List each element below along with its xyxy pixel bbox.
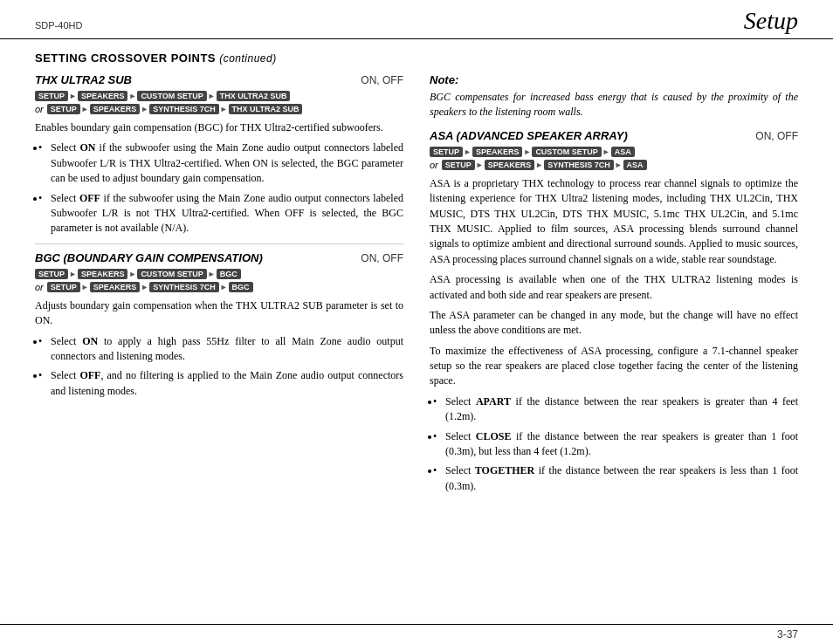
two-column-layout: THX ULTRA2 SUB ON, OFF SETUP ► SPEAKERS … (35, 73, 798, 615)
nav-btn-custom-setup3: CUSTOM SETUP (532, 147, 601, 157)
nav-btn-speakers3: SPEAKERS (78, 269, 128, 279)
nav-btn-speakers5: SPEAKERS (472, 147, 523, 157)
thx-ultra2-sub-title: THX ULTRA2 SUB (35, 73, 132, 86)
nav-btn-speakers2: SPEAKERS (90, 104, 141, 114)
right-column: Note: BGC compensates for increased bass… (430, 73, 798, 615)
bgc-intro: Adjusts boundary gain compensation when … (35, 298, 403, 329)
nav-btn-setup6: SETUP (442, 160, 475, 170)
bgc-header: BGC (BOUNDARY GAIN COMPENSATION) ON, OFF (35, 251, 403, 264)
asa-para4: To maximize the effectiveness of ASA pro… (430, 344, 798, 389)
note-text: BGC compensates for increased bass energ… (430, 90, 798, 120)
nav-btn-thx-ultra2-sub: THX ULTRA2 SUB (217, 91, 291, 101)
header-title: Setup (744, 7, 798, 35)
bullet-item: Select ON if the subwoofer using the Mai… (45, 140, 403, 186)
header: SDP-40HD Setup (0, 0, 833, 39)
nav-btn-custom-setup: CUSTOM SETUP (137, 91, 206, 101)
thx-ultra2-sub-bullets: Select ON if the subwoofer using the Mai… (45, 140, 403, 236)
nav-btn-synthesis-7ch: SYNTHESIS 7CH (149, 104, 219, 114)
bgc-title: BGC (BOUNDARY GAIN COMPENSATION) (35, 251, 263, 264)
footer: 3-37 (0, 624, 833, 644)
asa-bullets: Select APART if the distance between the… (440, 394, 798, 494)
thx-ultra2-sub-onoff: ON, OFF (361, 74, 403, 86)
page: SDP-40HD Setup SETTING CROSSOVER POINTS … (0, 0, 833, 644)
thx-ultra2-sub-header: THX ULTRA2 SUB ON, OFF (35, 73, 403, 86)
nav-btn-bgc: BGC (217, 269, 241, 279)
header-product: SDP-40HD (35, 20, 82, 31)
bgc-bullets: Select ON to apply a high pass 55Hz filt… (45, 334, 403, 400)
section-divider (35, 243, 403, 244)
nav-btn-synthesis-7ch3: SYNTHESIS 7CH (544, 160, 614, 170)
note-title: Note: (430, 73, 798, 86)
bgc-nav2: or SETUP ► SPEAKERS ► SYNTHESIS 7CH ► BG… (35, 282, 403, 292)
asa-nav2: or SETUP ► SPEAKERS ► SYNTHESIS 7CH ► AS… (430, 160, 798, 170)
nav-btn-setup: SETUP (35, 91, 68, 101)
nav-btn-bgc2: BGC (229, 282, 253, 292)
asa-onoff: ON, OFF (755, 130, 798, 142)
nav-btn-asa2: ASA (623, 160, 647, 170)
nav-btn-setup3: SETUP (35, 269, 68, 279)
asa-para3: The ASA parameter can be changed in any … (430, 308, 798, 339)
bgc-onoff: ON, OFF (361, 252, 403, 264)
nav-btn-setup5: SETUP (430, 147, 463, 157)
nav-btn-speakers: SPEAKERS (78, 91, 128, 101)
nav-btn-asa: ASA (611, 147, 635, 157)
nav-btn-speakers4: SPEAKERS (90, 282, 141, 292)
note-box: Note: BGC compensates for increased bass… (430, 73, 798, 120)
asa-para1: ASA is a proprietary THX technology to p… (430, 176, 798, 267)
thx-ultra2-sub-nav2: or SETUP ► SPEAKERS ► SYNTHESIS 7CH ► TH… (35, 104, 403, 114)
bullet-item: Select APART if the distance between the… (440, 394, 798, 425)
nav-btn-setup4: SETUP (47, 282, 80, 292)
bullet-item: Select CLOSE if the distance between the… (440, 429, 798, 460)
thx-ultra2-sub-nav1: SETUP ► SPEAKERS ► CUSTOM SETUP ► THX UL… (35, 91, 403, 101)
asa-para2: ASA processing is available when one of … (430, 272, 798, 303)
bgc-nav1: SETUP ► SPEAKERS ► CUSTOM SETUP ► BGC (35, 269, 403, 279)
asa-header: ASA (ADVANCED SPEAKER ARRAY) ON, OFF (430, 129, 798, 142)
page-number: 3-37 (777, 628, 798, 641)
asa-title: ASA (ADVANCED SPEAKER ARRAY) (430, 129, 628, 142)
nav-btn-synthesis-7ch2: SYNTHESIS 7CH (149, 282, 219, 292)
page-title: SETTING CROSSOVER POINTS (continued) (35, 51, 798, 65)
bullet-item: Select OFF, and no filtering is applied … (45, 368, 403, 399)
nav-btn-custom-setup2: CUSTOM SETUP (137, 269, 206, 279)
nav-btn-setup2: SETUP (47, 104, 80, 114)
nav-btn-speakers6: SPEAKERS (485, 160, 535, 170)
bullet-item: Select OFF if the subwoofer using the Ma… (45, 191, 403, 236)
main-content: SETTING CROSSOVER POINTS (continued) THX… (0, 39, 833, 624)
nav-btn-thx-ultra2-sub2: THX ULTRA2 SUB (229, 104, 303, 114)
left-column: THX ULTRA2 SUB ON, OFF SETUP ► SPEAKERS … (35, 73, 403, 615)
bullet-item: Select TOGETHER if the distance between … (440, 463, 798, 494)
asa-nav1: SETUP ► SPEAKERS ► CUSTOM SETUP ► ASA (430, 147, 798, 157)
thx-ultra2-sub-intro: Enables boundary gain compensation (BGC)… (35, 120, 403, 135)
bullet-item: Select ON to apply a high pass 55Hz filt… (45, 334, 403, 365)
